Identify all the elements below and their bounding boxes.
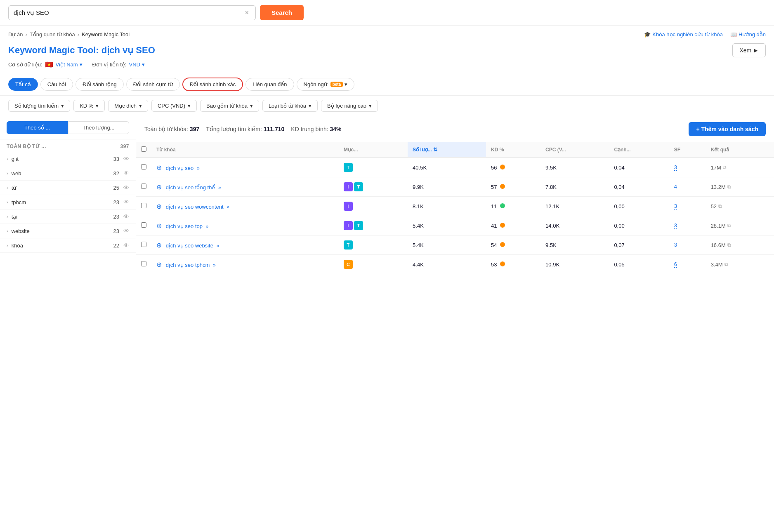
currency-dropdown[interactable]: VND ▾ <box>129 61 145 68</box>
row-checkbox[interactable] <box>141 222 146 228</box>
search-button[interactable]: Search <box>260 5 304 20</box>
sidebar-item-label: khóa <box>12 242 113 249</box>
breadcrumb-current: Keyword Magic Tool <box>82 31 130 38</box>
keyword-link[interactable]: dịch vụ seo tphcm <box>166 262 210 268</box>
chevron-right-icon: › <box>7 156 8 161</box>
row-checkbox[interactable] <box>141 242 146 247</box>
breadcrumb-right: 🎓 Khóa học nghiên cứu từ khóa 📖 Hướng dẫ… <box>644 31 766 38</box>
external-link-icon: ⧉ <box>727 184 731 190</box>
tags-cell: I <box>339 197 408 216</box>
sub-filter-loai-bo[interactable]: Loại bỏ từ khóa ▾ <box>262 100 318 112</box>
keyword-cell: ⊕ dịch vụ seo website » <box>151 235 339 255</box>
row-checkbox[interactable] <box>141 164 146 169</box>
add-list-button[interactable]: + Thêm vào danh sách <box>689 122 766 136</box>
keyword-link[interactable]: dịch vụ seo tổng thể <box>166 184 215 191</box>
row-checkbox[interactable] <box>141 203 146 208</box>
sub-filter-so-luong[interactable]: Số lượng tìm kiếm ▾ <box>8 100 70 112</box>
th-kd: KD % <box>486 142 540 158</box>
sidebar-item-khoa[interactable]: › khóa 22 👁 <box>0 238 136 253</box>
breadcrumb: Dự án › Tổng quan từ khóa › Keyword Magi… <box>0 26 774 40</box>
kd-dot <box>500 203 505 208</box>
search-clear-button[interactable]: × <box>243 9 250 16</box>
sidebar-tab-so[interactable]: Theo số ... <box>7 121 68 134</box>
sidebar-item-web[interactable]: › web 32 👁 <box>0 166 136 181</box>
tags-cell: T <box>339 158 408 177</box>
external-link-icon: ⧉ <box>718 203 722 209</box>
select-all-checkbox[interactable] <box>141 146 146 152</box>
xem-button[interactable]: Xem ► <box>732 43 766 57</box>
canh-cell: 0,07 <box>609 235 669 255</box>
kd-avg-stat: KD trung bình: 34% <box>291 126 341 132</box>
breadcrumb-item-overview[interactable]: Tổng quan từ khóa <box>30 31 75 38</box>
breadcrumb-item-project[interactable]: Dự án <box>8 31 23 38</box>
row-checkbox[interactable] <box>141 261 146 266</box>
sidebar-col-label: Toàn bộ từ ... <box>7 144 46 149</box>
result-value: 13.2M ⧉ <box>711 184 769 190</box>
tag-c: C <box>344 260 353 269</box>
sidebar-item-label: website <box>12 228 113 234</box>
sf-value[interactable]: 6 <box>674 261 677 268</box>
row-checkbox[interactable] <box>141 184 146 189</box>
content-area: Toàn bộ từ khóa: 397 Tổng lượng tìm kiếm… <box>136 116 774 532</box>
th-sf: SF <box>669 142 706 158</box>
sidebar-item-tphcm[interactable]: › tphcm 23 👁 <box>0 195 136 210</box>
external-link-icon: ⧉ <box>724 261 728 267</box>
sf-value[interactable]: 3 <box>674 203 677 210</box>
table-row: ⊕ dịch vụ seo top » IT5.4K4114.0K0,00328… <box>136 216 774 235</box>
keyword-cell: ⊕ dịch vụ seo top » <box>151 216 339 235</box>
sub-filter-kd[interactable]: KD % ▾ <box>73 100 105 112</box>
keyword-link[interactable]: dịch vụ seo wowcontent <box>166 204 224 210</box>
sf-value[interactable]: 3 <box>674 222 677 229</box>
sub-filter-muc-dich[interactable]: Mục đích ▾ <box>108 100 148 112</box>
keyword-arrows: » <box>218 185 221 191</box>
tag-t: T <box>354 221 363 230</box>
tab-doi-sanh-rong[interactable]: Đối sánh rộng <box>76 78 123 91</box>
eye-icon: 👁 <box>123 213 129 220</box>
sidebar-item-tai[interactable]: › tại 23 👁 <box>0 210 136 224</box>
country-dropdown[interactable]: Việt Nam ▾ <box>56 61 83 68</box>
sf-value[interactable]: 4 <box>674 184 677 190</box>
search-input[interactable] <box>14 9 243 16</box>
cpc-cell: 7.8K <box>540 177 609 197</box>
row-checkbox-cell <box>136 255 151 274</box>
sidebar-item-website[interactable]: › website 23 👁 <box>0 224 136 238</box>
tag-i: I <box>344 202 353 211</box>
chevron-down-icon-2: ▾ <box>142 61 145 68</box>
keyword-cell: ⊕ dịch vụ seo tổng thể » <box>151 177 339 197</box>
database-row: Cơ sở dữ liệu: 🇻🇳 Việt Nam ▾ Đơn vị tiền… <box>0 59 774 73</box>
breadcrumb-course-link[interactable]: 🎓 Khóa học nghiên cứu từ khóa <box>644 31 723 38</box>
kd-dot <box>500 184 505 189</box>
sub-filter-bao-gom[interactable]: Bao gồm từ khóa ▾ <box>200 100 259 112</box>
breadcrumb-guide-link[interactable]: 📖 Hướng dẫn <box>730 31 766 38</box>
ket-qua-cell: 16.6M ⧉ <box>706 235 774 255</box>
ket-qua-cell: 17M ⧉ <box>706 158 774 177</box>
so-luong-cell: 8.1K <box>408 197 486 216</box>
canh-cell: 0,04 <box>609 177 669 197</box>
tab-lien-quan[interactable]: Liên quan đến <box>245 78 294 91</box>
tab-cau-hoi[interactable]: Câu hỏi <box>40 78 73 91</box>
cpc-cell: 14.0K <box>540 216 609 235</box>
sf-value[interactable]: 3 <box>674 164 677 171</box>
sidebar-item-tu[interactable]: › từ 25 👁 <box>0 181 136 195</box>
sidebar-item-gia[interactable]: › giá 33 👁 <box>0 152 136 166</box>
kd-dot <box>500 261 505 266</box>
chevron-right-icon: › <box>7 243 8 248</box>
tab-doi-sanh-chinh-xac[interactable]: Đối sánh chính xác <box>182 78 243 91</box>
th-so-luong[interactable]: Số lượ... ⇅ <box>408 142 486 158</box>
sidebar-item-count: 23 <box>113 228 119 234</box>
keyword-link[interactable]: dịch vụ seo top <box>166 223 203 229</box>
sub-filter-cpc[interactable]: CPC (VND) ▾ <box>151 100 197 112</box>
page-title-prefix: Keyword Magic Tool: <box>8 45 99 55</box>
eye-icon: 👁 <box>123 228 129 234</box>
tab-tat-ca[interactable]: Tất cả <box>8 78 38 91</box>
keyword-link[interactable]: dịch vụ seo <box>166 165 194 171</box>
tag-t: T <box>354 182 363 191</box>
keyword-link[interactable]: dịch vụ seo website <box>166 242 213 249</box>
tab-doi-sanh-cum-tu[interactable]: Đối sánh cụm từ <box>126 78 180 91</box>
sub-filter-nang-cao[interactable]: Bộ lọc nâng cao ▾ <box>321 100 378 112</box>
search-bar: × Search <box>0 0 774 26</box>
sidebar-tab-luong[interactable]: Theo lượng... <box>68 121 130 134</box>
sidebar-item-label: tphcm <box>12 199 113 205</box>
tab-ngon-ngu[interactable]: Ngôn ngữ beta ▾ <box>297 78 355 91</box>
sf-value[interactable]: 3 <box>674 242 677 248</box>
